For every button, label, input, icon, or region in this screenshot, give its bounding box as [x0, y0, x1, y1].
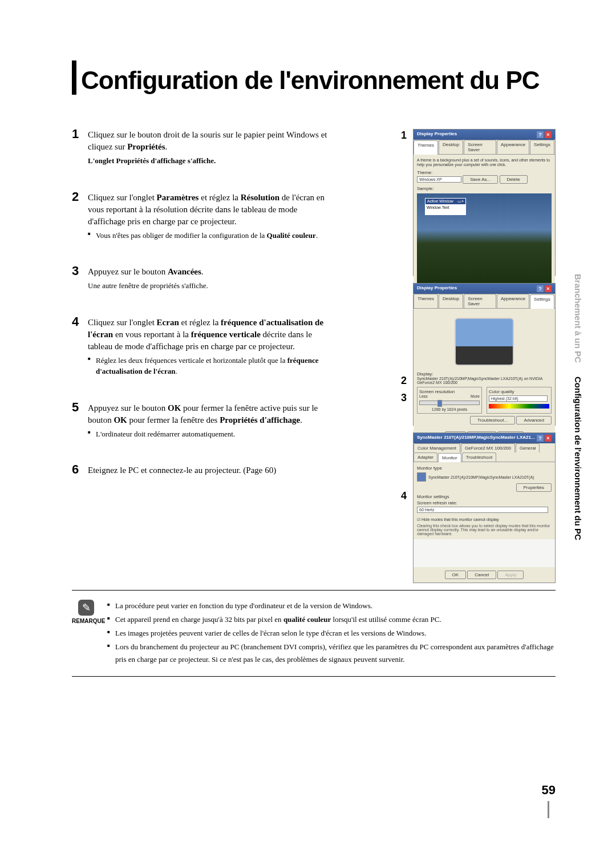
resolution-slider[interactable] — [419, 401, 480, 405]
screenshots-column: 1 Display Properties ?× Themes Desktop S… — [413, 129, 556, 590]
close-icon[interactable]: × — [545, 435, 552, 442]
side-tab-section: Branchement à un PC — [573, 274, 583, 363]
dialog-body: A theme is a background plus a set of so… — [414, 155, 555, 290]
step-sub: L'onglet Propriétés d'affichage s'affich… — [88, 155, 334, 167]
side-tab: Branchement à un PC Configuration de l'e… — [573, 274, 583, 540]
theme-select[interactable]: Windows XP — [417, 176, 461, 183]
dialog-settings: 2 3 Display Properties ?× Themes Desktop… — [413, 283, 556, 426]
refresh-rate-select[interactable]: 60 Hertz — [417, 507, 548, 513]
help-icon[interactable]: ? — [537, 435, 544, 442]
remark-icon-column: ✎ REMARQUE — [72, 600, 100, 667]
tab-general[interactable]: General — [516, 443, 540, 452]
dialog-body: Monitor type SyncMaster 210T(A)/210MP,Ma… — [414, 462, 555, 539]
active-window-preview: Active Window▭× Window Text — [425, 198, 466, 215]
step-bullet: L'ordinateur doit redémarrer automatique… — [88, 428, 334, 440]
ok-button[interactable]: OK — [445, 571, 467, 579]
callout-4: 4 — [401, 490, 407, 502]
tab-desktop[interactable]: Desktop — [439, 294, 463, 308]
tab-themes[interactable]: Themes — [414, 294, 438, 308]
delete-button[interactable]: Delete — [500, 175, 528, 184]
step-5: 5 Appuyez sur le bouton OK pour fermer l… — [72, 402, 334, 440]
step-text: Cliquez sur l'onglet Paramètres et régle… — [88, 192, 334, 228]
step-number: 2 — [72, 189, 79, 204]
remark-item: Lors du branchement du projecteur au PC … — [107, 641, 556, 666]
monitor-icon — [417, 472, 426, 482]
remark-block: ✎ REMARQUE La procédure peut varier en f… — [72, 590, 556, 677]
tab-appearance[interactable]: Appearance — [497, 294, 529, 308]
steps-column: 1 Cliquez sur le bouton droit de la sour… — [72, 129, 334, 502]
properties-button[interactable]: Properties — [516, 483, 552, 492]
page: Configuration de l'environnement du PC 1… — [0, 0, 616, 841]
step-text: Appuyez sur le bouton OK pour fermer la … — [88, 402, 334, 426]
dialog-titlebar: Display Properties ?× — [414, 284, 555, 294]
step-text: Appuyez sur le bouton Avancées. — [88, 266, 334, 278]
step-bullet: Vous n'êtes pas obliger de modifier la c… — [88, 230, 334, 241]
tab-desktop[interactable]: Desktop — [439, 140, 463, 154]
step-number: 1 — [72, 127, 79, 141]
dialog-tabs: Themes Desktop Screen Saver Appearance S… — [414, 294, 555, 309]
remark-item: Cet appareil prend en charge jusqu'à 32 … — [107, 613, 556, 626]
tab-troubleshoot[interactable]: Troubleshoot — [462, 452, 496, 462]
saveas-button[interactable]: Save As... — [463, 175, 498, 184]
step-number: 3 — [72, 264, 79, 278]
step-2: 2 Cliquez sur l'onglet Paramètres et rég… — [72, 192, 334, 241]
step-text: Cliquez sur le bouton droit de la souris… — [88, 129, 334, 153]
hide-modes-checkbox[interactable]: ☑ — [417, 517, 420, 521]
callout-3: 3 — [401, 392, 407, 404]
step-1: 1 Cliquez sur le bouton droit de la sour… — [72, 129, 334, 167]
dialog-tabs: Color Management GeForce2 MX 100/200 Gen… — [414, 443, 555, 462]
dialog-monitor: 4 SyncMaster 210T(A)/210MP,MagicSyncMast… — [413, 432, 556, 583]
step-sub: Une autre fenêtre de propriétés s'affich… — [88, 280, 334, 292]
title-bar-icon — [72, 60, 76, 95]
step-3: 3 Appuyez sur le bouton Avancées. Une au… — [72, 266, 334, 292]
step-number: 4 — [72, 314, 79, 329]
step-number: 6 — [72, 462, 79, 477]
tab-screensaver[interactable]: Screen Saver — [464, 140, 496, 154]
page-title: Configuration de l'environnement du PC — [72, 60, 556, 95]
remark-label: REMARQUE — [72, 618, 100, 624]
apply-button[interactable]: Apply — [497, 571, 524, 579]
monitor-preview-icon — [455, 318, 514, 366]
tab-geforce[interactable]: GeForce2 MX 100/200 — [461, 443, 515, 452]
troubleshoot-button[interactable]: Troubleshoot... — [470, 416, 515, 424]
help-icon[interactable]: ? — [537, 285, 544, 292]
callout-2: 2 — [401, 375, 407, 387]
pencil-icon: ✎ — [78, 600, 94, 616]
tab-monitor[interactable]: Monitor — [438, 453, 461, 462]
color-quality-select[interactable]: Highest (32 bit) — [489, 395, 548, 402]
dialog-titlebar: SyncMaster 210T(A)/210MP,MagicSyncMaster… — [414, 433, 555, 443]
close-icon[interactable]: × — [545, 285, 552, 292]
remark-list: La procédure peut varier en fonction du … — [107, 600, 556, 667]
dialog-titlebar: Display Properties ?× — [414, 130, 555, 140]
tab-color-mgmt[interactable]: Color Management — [414, 443, 460, 452]
help-icon[interactable]: ? — [537, 131, 544, 138]
color-bar-icon — [489, 404, 549, 409]
tab-themes[interactable]: Themes — [414, 140, 438, 155]
step-text: Eteignez le PC et connectez-le au projec… — [88, 464, 334, 476]
remark-item: Les images projetées peuvent varier de c… — [107, 627, 556, 640]
step-text: Cliquez sur l'onglet Ecran et réglez la … — [88, 317, 334, 353]
sample-preview: Active Window▭× Window Text — [417, 193, 552, 285]
step-bullet: Réglez les deux fréquences verticale et … — [88, 355, 334, 377]
window-controls: ?× — [537, 131, 552, 138]
dialog-body: Display: SyncMaster 210T(A)/210MP,MagicS… — [414, 309, 555, 428]
tab-screensaver[interactable]: Screen Saver — [464, 294, 496, 308]
side-tab-page: Configuration de l'environnement du PC — [573, 377, 583, 540]
tab-settings[interactable]: Settings — [530, 294, 554, 309]
dialog-themes: 1 Display Properties ?× Themes Desktop S… — [413, 129, 556, 276]
dialog-tabs: Themes Desktop Screen Saver Appearance S… — [414, 140, 555, 155]
callout-1: 1 — [401, 130, 407, 141]
remark-item: La procédure peut varier en fonction du … — [107, 600, 556, 612]
advanced-button[interactable]: Advanced — [516, 416, 552, 424]
cancel-button[interactable]: Cancel — [467, 571, 496, 579]
close-icon[interactable]: × — [545, 131, 552, 138]
page-number: 59 — [542, 783, 556, 818]
step-number: 5 — [72, 400, 79, 415]
window-buttons-icon: ▭× — [457, 199, 464, 204]
tab-settings[interactable]: Settings — [530, 140, 554, 154]
step-4: 4 Cliquez sur l'onglet Ecran et réglez l… — [72, 317, 334, 377]
tab-appearance[interactable]: Appearance — [497, 140, 529, 154]
content-area: Configuration de l'environnement du PC 1… — [72, 60, 556, 795]
step-6: 6 Eteignez le PC et connectez-le au proj… — [72, 464, 334, 476]
tab-adapter[interactable]: Adapter — [414, 452, 437, 462]
